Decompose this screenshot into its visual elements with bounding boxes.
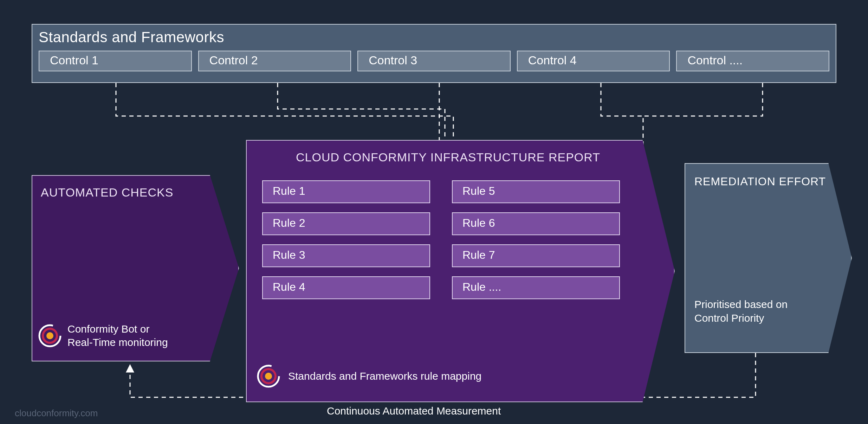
bot-line1: Conformity Bot or bbox=[67, 323, 149, 335]
control-4: Control 4 bbox=[517, 51, 670, 71]
watermark: cloudconformity.com bbox=[15, 408, 98, 419]
remediation-description: Prioritised based on Control Priority bbox=[694, 297, 810, 325]
infrastructure-report-title: CLOUD CONFORMITY INFRASTRUCTURE REPORT bbox=[235, 150, 661, 164]
automated-checks-subtitle: Conformity Bot or Real-Time monitoring bbox=[67, 322, 168, 349]
control-1: Control 1 bbox=[39, 51, 192, 71]
rules-column-left: Rule 1 Rule 2 Rule 3 Rule 4 bbox=[262, 180, 430, 299]
control-more: Control .... bbox=[676, 51, 829, 71]
automated-checks-panel: AUTOMATED CHECKS Conformity Bot or Real-… bbox=[32, 175, 239, 361]
automated-checks-title: AUTOMATED CHECKS bbox=[41, 186, 230, 199]
controls-row: Control 1 Control 2 Control 3 Control 4 … bbox=[39, 51, 829, 71]
rule-2: Rule 2 bbox=[262, 212, 430, 235]
bullseye-icon bbox=[37, 323, 63, 348]
rule-7: Rule 7 bbox=[452, 244, 620, 267]
control-2: Control 2 bbox=[198, 51, 351, 71]
infrastructure-report-panel: CLOUD CONFORMITY INFRASTRUCTURE REPORT R… bbox=[246, 140, 675, 402]
rule-4: Rule 4 bbox=[262, 276, 430, 299]
rule-5: Rule 5 bbox=[452, 180, 620, 203]
remediation-title: REMEDIATION EFFORT bbox=[694, 175, 842, 188]
bullseye-icon bbox=[256, 364, 281, 389]
svg-point-5 bbox=[265, 373, 272, 380]
svg-point-2 bbox=[46, 332, 53, 339]
rule-1: Rule 1 bbox=[262, 180, 430, 203]
rule-3: Rule 3 bbox=[262, 244, 430, 267]
rules-column-right: Rule 5 Rule 6 Rule 7 Rule .... bbox=[452, 180, 620, 299]
control-3: Control 3 bbox=[357, 51, 511, 71]
bot-line2: Real-Time monitoring bbox=[67, 336, 168, 348]
rule-6: Rule 6 bbox=[452, 212, 620, 235]
feedback-loop-label: Continuous Automated Measurement bbox=[327, 405, 501, 417]
remediation-panel: REMEDIATION EFFORT Prioritised based on … bbox=[685, 163, 852, 353]
standards-panel: Standards and Frameworks Control 1 Contr… bbox=[32, 24, 836, 83]
standards-title: Standards and Frameworks bbox=[39, 29, 829, 46]
rule-more: Rule .... bbox=[452, 276, 620, 299]
mapping-caption: Standards and Frameworks rule mapping bbox=[288, 370, 481, 382]
